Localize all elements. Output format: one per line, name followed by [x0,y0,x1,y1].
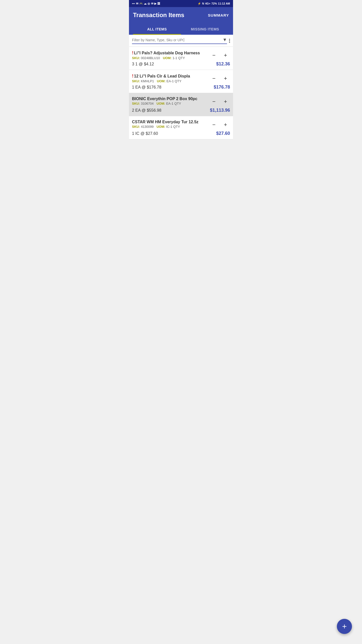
filter-bar: ▼ [129,35,233,47]
item-name-wrap: CSTAR WM HM Everyday Tur 12.5z SKU: 4130… [132,120,209,129]
bluetooth-icon: ⚡ [198,2,201,5]
summary-button[interactable]: SUMMARY [208,13,229,17]
mail-icon: ✉ [136,2,138,5]
sku-value: 4130099 [141,125,154,129]
filter-dropdown-icon[interactable]: ▼ [222,37,227,43]
sku-label: SKU: [132,56,140,60]
item-qty-price: 2 EA @ $556.98 [132,108,161,113]
sku-label: SKU: [132,102,140,105]
uom-label: UOM: [163,56,172,60]
sku-label: SKU: [132,125,140,129]
item-header: !12 Li"l Pals Clr & Lead Displa SKU: KMH… [132,73,230,83]
item-name: !Li"l Pals? Adjustable Dog Harness [132,50,209,56]
mail2-icon: ✉ [151,2,153,5]
decrement-button[interactable]: − [209,51,218,60]
battery-label: 72% [211,2,217,5]
decrement-button[interactable]: − [209,120,218,129]
item-header: !Li"l Pals? Adjustable Dog Harness SKU: … [132,50,230,60]
sku-value: KMHLP1 [141,79,154,83]
nfc-icon: N [202,2,204,5]
headset-icon: ◎ [148,2,150,5]
item-sku-uom: SKU: 4130099 UOM: IC-1 QTY [132,125,209,129]
more-options-icon[interactable] [229,39,230,43]
qty-controls: − + [209,120,230,129]
status-bar: ••• ✉ 🎮 ☁ ◎ ✉ ▶ 🖼 ⚡ N 4G+ 72% 11:12 AM [129,0,233,7]
item-footer: 3 1 @ $4.12 $12.36 [132,61,230,67]
item-qty-price: 1 IC @ $27.60 [132,131,158,136]
tab-missing-items[interactable]: MISSING ITEMS [181,24,229,35]
item-sku-uom: SKU: 3106704 UOM: EA-1 QTY [132,102,209,105]
increment-button[interactable]: + [221,120,230,129]
qty-controls: − + [209,51,230,60]
list-item: CSTAR WM HM Everyday Tur 12.5z SKU: 4130… [129,116,233,139]
uom-value: EA-1 QTY [166,79,181,83]
increment-button[interactable]: + [221,97,230,106]
item-sku-uom: SKU: 00248BLU10 UOM: 1-1 QTY [132,56,209,60]
sku-value: 3106704 [141,102,154,105]
item-footer: 1 IC @ $27.60 $27.60 [132,131,230,136]
item-name: BIONIC Everythin POP 2 Box 90pc [132,97,209,101]
item-footer: 2 EA @ $556.98 $1,113.96 [132,108,230,113]
list-item: !12 Li"l Pals Clr & Lead Displa SKU: KMH… [129,70,233,93]
item-header: CSTAR WM HM Everyday Tur 12.5z SKU: 4130… [132,120,230,129]
item-name-wrap: BIONIC Everythin POP 2 Box 90pc SKU: 310… [132,97,209,105]
uom-value: 1-1 QTY [172,56,185,60]
uom-label: UOM: [157,125,165,129]
header-top: Transaction Items SUMMARY [133,12,229,19]
item-total: $176.78 [214,85,230,90]
decrement-button[interactable]: − [209,74,218,83]
item-total: $27.60 [216,131,230,136]
image-icon: 🖼 [157,2,160,5]
item-name: CSTAR WM HM Everyday Tur 12.5z [132,120,209,124]
decrement-button[interactable]: − [209,97,218,106]
filter-input[interactable] [132,38,221,42]
alert-icon: ! [132,73,133,78]
list-item: BIONIC Everythin POP 2 Box 90pc SKU: 310… [129,93,233,116]
uom-label: UOM: [157,102,165,105]
items-list: !Li"l Pals? Adjustable Dog Harness SKU: … [129,47,233,139]
increment-button[interactable]: + [221,74,230,83]
item-qty-price: 3 1 @ $4.12 [132,62,154,66]
app-header: Transaction Items SUMMARY ALL ITEMS MISS… [129,7,233,35]
status-left: ••• ✉ 🎮 ☁ ◎ ✉ ▶ 🖼 [132,2,160,5]
uom-value: EA-1 QTY [166,102,181,105]
item-sku-uom: SKU: KMHLP1 UOM: EA-1 QTY [132,79,209,83]
app-icon-1: 🎮 [139,2,143,5]
item-total: $12.36 [216,61,230,67]
weather-icon: ☁ [144,2,147,5]
item-name: !12 Li"l Pals Clr & Lead Displa [132,73,209,79]
uom-label: UOM: [157,79,166,83]
sku-label: SKU: [132,79,140,83]
item-qty-price: 1 EA @ $176.78 [132,85,161,90]
status-right: ⚡ N 4G+ 72% 11:12 AM [198,2,230,5]
item-name-wrap: !12 Li"l Pals Clr & Lead Displa SKU: KMH… [132,73,209,83]
list-item: !Li"l Pals? Adjustable Dog Harness SKU: … [129,47,233,70]
youtube-icon: ▶ [154,2,156,5]
notification-dots: ••• [132,2,135,5]
page-title: Transaction Items [133,12,184,19]
tab-bar: ALL ITEMS MISSING ITEMS [133,24,229,35]
qty-controls: − + [209,97,230,106]
tab-all-items[interactable]: ALL ITEMS [133,24,181,35]
item-name-wrap: !Li"l Pals? Adjustable Dog Harness SKU: … [132,50,209,60]
sku-value: 00248BLU10 [141,56,160,60]
qty-controls: − + [209,74,230,83]
item-header: BIONIC Everythin POP 2 Box 90pc SKU: 310… [132,97,230,106]
signal-icon: 4G+ [205,2,210,5]
filter-input-wrap: ▼ [132,37,227,44]
item-footer: 1 EA @ $176.78 $176.78 [132,85,230,90]
time-label: 11:12 AM [218,2,230,5]
uom-value: IC-1 QTY [166,125,180,129]
alert-icon: ! [132,50,133,55]
increment-button[interactable]: + [221,51,230,60]
item-total: $1,113.96 [210,108,230,113]
